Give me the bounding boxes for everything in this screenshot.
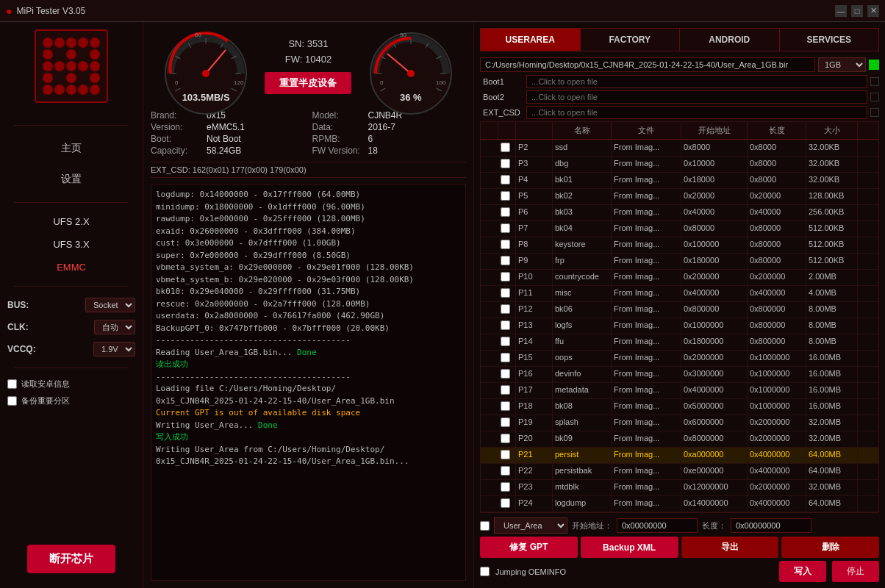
maximize-btn[interactable]: □ (851, 5, 863, 17)
cell-file: From Imag... (612, 254, 681, 269)
table-row[interactable]: P22 persistbak From Imag... 0xe000000 0x… (481, 464, 878, 480)
partition-checkbox[interactable] (480, 521, 490, 531)
cell-check[interactable] (498, 480, 516, 495)
cell-check[interactable] (498, 448, 516, 463)
table-row[interactable]: P23 mtdblk From Imag... 0x12000000 0x200… (481, 480, 878, 496)
clk-select[interactable]: 自动 手动 (94, 320, 135, 334)
extcsd-input[interactable] (526, 106, 867, 119)
cell-check[interactable] (498, 496, 516, 512)
tab-services[interactable]: SERVICES (780, 29, 879, 51)
cell-check[interactable] (498, 205, 516, 220)
nav-settings[interactable]: 设置 (0, 164, 143, 195)
cell-size: 512.00KB (806, 254, 858, 269)
cell-check[interactable] (498, 286, 516, 301)
cell-check[interactable] (498, 254, 516, 269)
table-row[interactable]: P11 misc From Imag... 0x400000 0x400000 … (481, 286, 878, 302)
jumping-checkbox[interactable] (480, 567, 490, 576)
cell-size: 32.00KB (806, 140, 858, 156)
table-row[interactable]: P20 bk09 From Imag... 0x8000000 0x200000… (481, 431, 878, 448)
cell-check[interactable] (498, 431, 516, 447)
table-row[interactable]: P12 bk06 From Imag... 0x800000 0x800000 … (481, 302, 878, 318)
cell-start: 0x180000 (681, 254, 748, 269)
write-button[interactable]: 写入 (779, 561, 826, 582)
cell-check[interactable] (498, 140, 516, 156)
table-row[interactable]: P24 logdump From Imag... 0x14000000 0x40… (481, 496, 878, 512)
partition-name-select[interactable]: User_Area (494, 517, 567, 534)
checkbox-backup[interactable] (7, 396, 17, 406)
cell-length: 0x2000000 (748, 480, 806, 495)
cell-check[interactable] (498, 302, 516, 318)
tab-factory[interactable]: FACTORY (581, 29, 681, 51)
start-addr-input[interactable] (617, 518, 698, 533)
sn-fw-box: SN: 3531 FW: 10402 重置半皮设备 (265, 38, 351, 94)
cell-name: bk04 (553, 221, 612, 237)
svg-text:100: 100 (436, 79, 446, 86)
table-row[interactable]: P21 persist From Imag... 0xa000000 0x400… (481, 448, 878, 464)
table-row[interactable]: P10 countrycode From Imag... 0x200000 0x… (481, 270, 878, 286)
cell-check[interactable] (498, 367, 516, 382)
table-row[interactable]: P15 oops From Imag... 0x2000000 0x100000… (481, 351, 878, 367)
length-input[interactable] (731, 518, 811, 533)
export-button[interactable]: 导出 (681, 537, 779, 558)
cell-check[interactable] (498, 157, 516, 172)
table-row[interactable]: P4 bk01 From Imag... 0x18000 0x8000 32.0… (481, 173, 878, 189)
cell-check[interactable] (498, 399, 516, 415)
table-row[interactable]: P5 bk02 From Imag... 0x20000 0x20000 128… (481, 189, 878, 205)
update-gpt-button[interactable]: 修复 GPT (480, 537, 578, 558)
table-row[interactable]: P7 bk04 From Imag... 0x80000 0x80000 512… (481, 221, 878, 237)
cell-check[interactable] (498, 351, 516, 366)
table-row[interactable]: P9 frp From Imag... 0x180000 0x80000 512… (481, 254, 878, 270)
table-row[interactable]: P19 splash From Imag... 0x6000000 0x2000… (481, 415, 878, 431)
cell-size: 8.00MB (806, 334, 858, 350)
tab-userarea[interactable]: USERAREA (481, 29, 581, 51)
tab-android[interactable]: ANDROID (680, 29, 780, 51)
cell-length: 0x8000 (748, 140, 806, 156)
cell-start: 0xa000000 (681, 448, 748, 463)
cell-check[interactable] (498, 318, 516, 334)
sidebar-emmc[interactable]: EMMC (0, 256, 143, 279)
cell-start: 0x20000 (681, 189, 748, 204)
close-btn[interactable]: ✕ (867, 5, 879, 17)
bus-select[interactable]: Socket ISP (85, 298, 135, 312)
table-row[interactable]: P6 bk03 From Imag... 0x40000 0x40000 256… (481, 205, 878, 221)
right-panel: USERAREAFACTORYANDROIDSERVICES 1GB 512MB… (474, 22, 885, 588)
table-row[interactable]: P3 dbg From Imag... 0x10000 0x8000 32.00… (481, 157, 878, 173)
table-row[interactable]: P17 metadata From Imag... 0x4000000 0x10… (481, 383, 878, 399)
cell-file: From Imag... (612, 189, 681, 204)
cell-check[interactable] (498, 334, 516, 350)
cell-id: P18 (516, 399, 553, 415)
table-row[interactable]: P18 bk08 From Imag... 0x5000000 0x100000… (481, 399, 878, 415)
reset-button[interactable]: 重置半皮设备 (265, 72, 351, 94)
disconnect-button[interactable]: 断开芯片 (27, 545, 115, 573)
nav-home[interactable]: 主页 (0, 133, 143, 164)
cell-id: P22 (516, 464, 553, 479)
cell-check[interactable] (498, 383, 516, 398)
col-size: 大小 (806, 122, 858, 139)
cell-check[interactable] (498, 173, 516, 188)
table-row[interactable]: P8 keystore From Imag... 0x100000 0x8000… (481, 237, 878, 254)
minimize-btn[interactable]: — (835, 5, 847, 17)
backup-xml-button[interactable]: Backup XML (581, 537, 678, 558)
cell-check[interactable] (498, 221, 516, 237)
file-path-input[interactable] (480, 57, 815, 72)
vccq-select[interactable]: 1.9V 1.8V 3.3V (93, 342, 135, 356)
table-row[interactable]: P13 logfs From Imag... 0x1000000 0x80000… (481, 318, 878, 334)
length-label: 长度： (702, 520, 726, 531)
cell-check[interactable] (498, 415, 516, 431)
cell-check[interactable] (498, 237, 516, 253)
table-row[interactable]: P14 ffu From Imag... 0x1800000 0x800000 … (481, 334, 878, 351)
delete-button[interactable]: 删除 (781, 537, 879, 558)
table-row[interactable]: P2 ssd From Imag... 0x8000 0x8000 32.00K… (481, 140, 878, 157)
stop-button[interactable]: 停止 (832, 561, 879, 582)
boot1-input[interactable] (526, 75, 867, 88)
jumping-label: Jumping OEMINFO (495, 567, 566, 576)
checkbox-android[interactable] (7, 379, 17, 389)
sidebar-ufs2[interactable]: UFS 2.X (0, 210, 143, 233)
table-row[interactable]: P16 devinfo From Imag... 0x3000000 0x100… (481, 367, 878, 383)
cell-check[interactable] (498, 464, 516, 479)
cell-check[interactable] (498, 270, 516, 285)
file-size-select[interactable]: 1GB 512MB 2GB (818, 57, 866, 72)
sidebar-ufs3[interactable]: UFS 3.X (0, 233, 143, 256)
boot2-input[interactable] (526, 90, 867, 104)
cell-check[interactable] (498, 189, 516, 204)
